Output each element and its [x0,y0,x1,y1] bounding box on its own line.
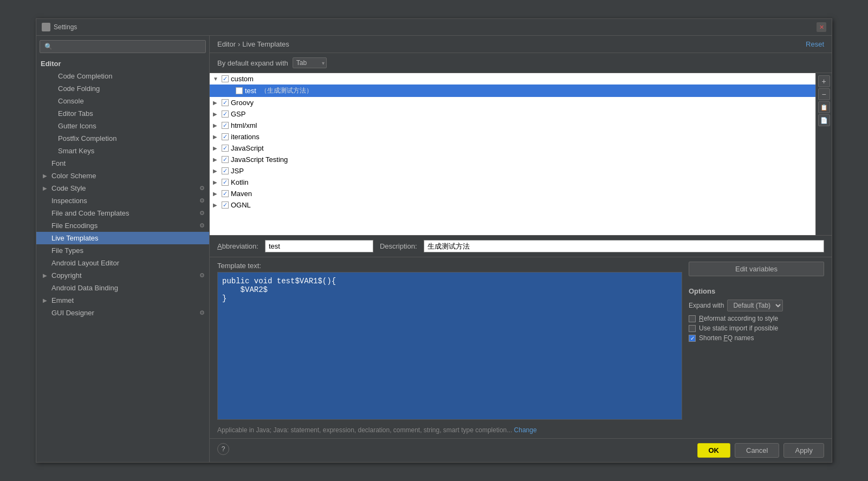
bottom-section: Abbreviation: Description: Template text… [210,236,832,462]
tree-item-javascript[interactable]: ▶ JavaScript [210,142,815,154]
tree-item-test[interactable]: test （生成测试方法） [210,84,815,97]
expand-arrow-icon: ▶ [213,179,219,185]
reformat-checkbox[interactable] [689,315,696,322]
breadcrumb: Editor › Live Templates [217,40,289,48]
sidebar-item-color-scheme[interactable]: ▶ Color Scheme [36,170,209,182]
cancel-button[interactable]: Cancel [735,443,779,458]
tree-item-jsp[interactable]: ▶ JSP [210,165,815,177]
sidebar-label: File Types [51,246,83,255]
tree-item-iterations[interactable]: ▶ iterations [210,131,815,142]
expand-select[interactable]: Tab Enter Space [293,57,327,68]
sidebar-item-file-encodings[interactable]: File Encodings ⚙ [36,219,209,232]
sidebar-item-gutter-icons[interactable]: Gutter Icons [36,120,209,132]
sidebar-label: Console [58,97,84,105]
tree-item-javascript-testing[interactable]: ▶ JavaScript Testing [210,154,815,165]
tree-item-ognl[interactable]: ▶ OGNL [210,199,815,211]
tree-checkbox-groovy[interactable] [222,99,229,106]
tree-label: Groovy [231,99,254,107]
tree-checkbox-custom[interactable] [222,75,229,82]
applicable-change-link[interactable]: Change [514,426,537,434]
sidebar-label: Gutter Icons [58,122,96,130]
sidebar-item-code-folding[interactable]: Code Folding [36,82,209,95]
use-static-checkbox[interactable] [689,325,696,332]
tree-sidebar-buttons: + − 📋 📄 [815,73,832,235]
sidebar-item-editor-tabs[interactable]: Editor Tabs [36,107,209,120]
tree-item-html-xml[interactable]: ▶ html/xml [210,120,815,131]
dialog-body: Editor Code Completion Code Folding Cons… [36,36,832,462]
tree-item-groovy[interactable]: ▶ Groovy [210,97,815,108]
sidebar-item-file-code-templates[interactable]: File and Code Templates ⚙ [36,207,209,219]
description-input[interactable] [424,240,824,252]
sidebar-item-inspections[interactable]: Inspections ⚙ [36,194,209,207]
main-content: Editor › Live Templates Reset By default… [210,36,832,462]
tree-checkbox-js-testing[interactable] [222,156,229,163]
add-template-button[interactable]: + [818,75,830,87]
tree-item-gsp[interactable]: ▶ GSP [210,108,815,120]
sidebar-item-smart-keys[interactable]: Smart Keys [36,145,209,157]
edit-variables-button[interactable]: Edit variables [689,262,824,276]
chevron-right-icon: ▶ [43,185,49,191]
sidebar-item-console[interactable]: Console [36,95,209,107]
ok-button[interactable]: OK [697,443,731,458]
description-label: Description: [380,242,417,250]
copy-template-button[interactable]: 📋 [818,101,830,113]
tree-item-custom[interactable]: ▼ custom [210,73,815,84]
sidebar-item-android-layout-editor[interactable]: Android Layout Editor [36,257,209,269]
tree-checkbox-maven[interactable] [222,190,229,197]
sidebar-item-live-templates[interactable]: Live Templates [36,232,209,244]
tree-item-maven[interactable]: ▶ Maven [210,188,815,199]
sidebar-item-code-completion[interactable]: Code Completion [36,70,209,82]
chevron-right-icon: ▶ [43,272,49,278]
restore-template-button[interactable]: 📄 [818,114,830,126]
remove-template-button[interactable]: − [818,88,830,100]
tree-checkbox-javascript[interactable] [222,145,229,152]
tree-label: JSP [231,167,244,175]
expand-with-label: By default expand with [217,59,288,67]
sidebar-item-emmet[interactable]: ▶ Emmet [36,294,209,307]
expand-arrow-icon: ▼ [213,76,219,82]
template-text-area: Template text: public void test$VAR1$(){… [210,257,832,424]
sidebar-item-copyright[interactable]: ▶ Copyright ⚙ [36,269,209,282]
sidebar-label: Color Scheme [51,172,96,180]
sidebar-label: Smart Keys [58,147,94,155]
tree-checkbox-jsp[interactable] [222,167,229,174]
tree-checkbox-ognl[interactable] [222,202,229,209]
tree-label: html/xml [231,121,257,129]
tree-label: OGNL [231,201,251,209]
use-static-option-row: Use static import if possible [689,324,824,332]
tree-checkbox-gsp[interactable] [222,110,229,118]
help-button[interactable]: ? [217,443,229,455]
options-label: Options [689,287,824,295]
expand-arrow-icon: ▶ [213,168,219,174]
options-column: Edit variables Options Expand with Defau… [689,262,824,420]
shorten-checkbox[interactable] [689,335,696,342]
apply-button[interactable]: Apply [783,443,824,458]
expand-with-options-select[interactable]: Default (Tab) Tab Enter [727,300,783,311]
search-input[interactable] [40,40,206,53]
tree-item-kotlin[interactable]: ▶ Kotlin [210,177,815,188]
tree-checkbox-kotlin[interactable] [222,179,229,186]
tree-checkbox-test[interactable] [236,87,243,94]
sidebar-item-code-style[interactable]: ▶ Code Style ⚙ [36,182,209,194]
reset-button[interactable]: Reset [806,40,824,48]
close-button[interactable]: ✕ [817,22,826,32]
template-text-label: Template text: [217,262,682,270]
sidebar-item-gui-designer[interactable]: GUI Designer ⚙ [36,307,209,319]
abbreviation-input[interactable] [265,240,373,252]
sidebar-item-font[interactable]: Font [36,157,209,170]
options-section: Options Expand with Default (Tab) Tab En… [689,285,824,342]
sidebar-item-android-data-binding[interactable]: Android Data Binding [36,282,209,294]
tree-checkbox-iterations[interactable] [222,133,229,140]
help-label: ? [222,445,225,453]
sidebar-item-postfix-completion[interactable]: Postfix Completion [36,132,209,145]
sidebar-label: Android Layout Editor [51,259,119,267]
config-icon: ⚙ [199,272,205,279]
tree-label: GSP [231,110,245,118]
tree-label: iterations [231,133,260,141]
tree-checkbox-html-xml[interactable] [222,122,229,129]
sidebar-item-file-types[interactable]: File Types [36,244,209,257]
template-textarea[interactable]: public void test$VAR1$(){ $VAR2$ } [217,272,682,420]
breadcrumb-current: Live Templates [242,40,289,48]
sidebar-label: Postfix Completion [58,134,116,142]
sidebar-label: Android Data Binding [51,284,118,292]
